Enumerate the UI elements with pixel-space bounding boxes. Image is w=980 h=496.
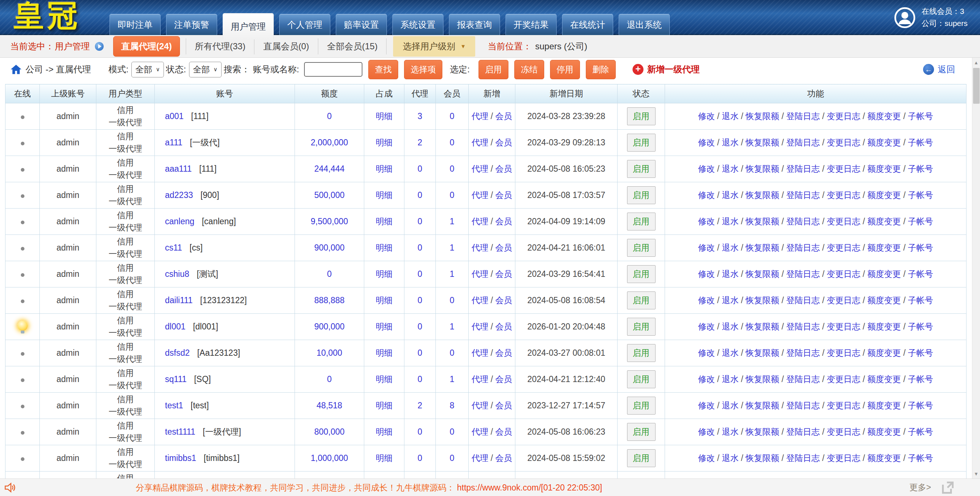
login-log-link[interactable]: 登陆日志 bbox=[786, 138, 820, 147]
account-link[interactable]: cshiu8 bbox=[165, 269, 189, 279]
login-log-link[interactable]: 登陆日志 bbox=[786, 348, 820, 357]
status-badge[interactable]: 启用 bbox=[627, 239, 655, 257]
restore-limit-link[interactable]: 恢复限额 bbox=[746, 453, 779, 463]
credit-change-link[interactable]: 额度变更 bbox=[867, 348, 901, 357]
modify-link[interactable]: 修改 bbox=[698, 427, 715, 437]
modify-link[interactable]: 修改 bbox=[698, 112, 715, 121]
change-log-link[interactable]: 变更日志 bbox=[827, 269, 860, 279]
status-badge[interactable]: 启用 bbox=[627, 134, 655, 152]
add-member-link[interactable]: 会员 bbox=[495, 374, 512, 384]
share-detail-link[interactable]: 明细 bbox=[376, 217, 393, 226]
add-member-link[interactable]: 会员 bbox=[495, 190, 512, 200]
account-link[interactable]: aaa111 bbox=[165, 164, 192, 174]
credit-change-link[interactable]: 额度变更 bbox=[867, 164, 901, 174]
change-log-link[interactable]: 变更日志 bbox=[827, 190, 860, 200]
account-link[interactable]: dl001 bbox=[165, 322, 185, 331]
add-level1-agent-link[interactable]: + 新增一级代理 bbox=[633, 64, 700, 75]
rebate-link[interactable]: 退水 bbox=[722, 401, 739, 410]
rebate-link[interactable]: 退水 bbox=[722, 374, 739, 384]
members-count-link[interactable]: 0 bbox=[450, 164, 454, 174]
login-log-link[interactable]: 登陆日志 bbox=[786, 269, 820, 279]
change-log-link[interactable]: 变更日志 bbox=[827, 164, 860, 174]
restore-limit-link[interactable]: 恢复限额 bbox=[746, 374, 779, 384]
share-detail-link[interactable]: 明细 bbox=[376, 190, 393, 200]
agents-count-link[interactable]: 0 bbox=[418, 374, 422, 384]
share-detail-link[interactable]: 明细 bbox=[376, 427, 393, 437]
add-agent-link[interactable]: 代理 bbox=[472, 138, 488, 147]
login-log-link[interactable]: 登陆日志 bbox=[786, 217, 820, 226]
filter-all-members[interactable]: 全部会员(15) bbox=[318, 38, 387, 54]
members-count-link[interactable]: 0 bbox=[450, 138, 454, 147]
select-items-button[interactable]: 选择项 bbox=[404, 60, 442, 79]
sub-account-link[interactable]: 子帐号 bbox=[908, 217, 933, 226]
account-link[interactable]: canleng bbox=[165, 217, 194, 226]
members-count-link[interactable]: 1 bbox=[450, 243, 454, 252]
login-log-link[interactable]: 登陆日志 bbox=[786, 322, 820, 331]
sub-account-link[interactable]: 子帐号 bbox=[908, 164, 933, 174]
restore-limit-link[interactable]: 恢复限额 bbox=[746, 295, 779, 305]
filter-direct-members[interactable]: 直属会员(0) bbox=[255, 38, 318, 54]
rebate-link[interactable]: 退水 bbox=[722, 269, 739, 279]
add-member-link[interactable]: 会员 bbox=[495, 348, 512, 357]
tab-draw-results[interactable]: 开奖结果 bbox=[506, 14, 557, 35]
change-log-link[interactable]: 变更日志 bbox=[827, 401, 860, 410]
modify-link[interactable]: 修改 bbox=[698, 374, 715, 384]
sub-account-link[interactable]: 子帐号 bbox=[908, 374, 933, 384]
account-link[interactable]: test1 bbox=[165, 401, 183, 410]
freeze-button[interactable]: 冻结 bbox=[514, 60, 544, 79]
credit-change-link[interactable]: 额度变更 bbox=[867, 401, 901, 410]
tab-bet-alerts[interactable]: 注单预警 bbox=[166, 14, 217, 35]
add-agent-link[interactable]: 代理 bbox=[472, 427, 488, 437]
filter-direct-agents[interactable]: 直属代理(24) bbox=[113, 36, 180, 57]
modify-link[interactable]: 修改 bbox=[698, 190, 715, 200]
add-agent-link[interactable]: 代理 bbox=[472, 269, 488, 279]
add-agent-link[interactable]: 代理 bbox=[472, 112, 488, 121]
back-link[interactable]: ← 返回 bbox=[923, 64, 955, 75]
rebate-link[interactable]: 退水 bbox=[722, 427, 739, 437]
change-log-link[interactable]: 变更日志 bbox=[827, 453, 860, 463]
modify-link[interactable]: 修改 bbox=[698, 295, 715, 305]
members-count-link[interactable]: 1 bbox=[450, 269, 454, 279]
tab-logout[interactable]: 退出系统 bbox=[619, 14, 670, 35]
status-badge[interactable]: 启用 bbox=[627, 107, 655, 125]
vertical-scrollbar[interactable]: ▲ ▼ bbox=[972, 58, 980, 478]
sub-account-link[interactable]: 子帐号 bbox=[908, 401, 933, 410]
add-agent-link[interactable]: 代理 bbox=[472, 453, 488, 463]
restore-limit-link[interactable]: 恢复限额 bbox=[746, 322, 779, 331]
status-select[interactable]: 全部 ∨ bbox=[189, 62, 221, 77]
agents-count-link[interactable]: 0 bbox=[418, 295, 422, 305]
add-member-link[interactable]: 会员 bbox=[495, 427, 512, 437]
restore-limit-link[interactable]: 恢复限额 bbox=[746, 190, 779, 200]
rebate-link[interactable]: 退水 bbox=[722, 217, 739, 226]
members-count-link[interactable]: 1 bbox=[450, 322, 454, 331]
share-detail-link[interactable]: 明细 bbox=[376, 322, 393, 331]
credit-change-link[interactable]: 额度变更 bbox=[867, 322, 901, 331]
status-badge[interactable]: 启用 bbox=[627, 318, 655, 336]
mode-select[interactable]: 全部 ∨ bbox=[131, 62, 164, 77]
status-badge[interactable]: 启用 bbox=[627, 370, 655, 388]
rebate-link[interactable]: 退水 bbox=[722, 190, 739, 200]
login-log-link[interactable]: 登陆日志 bbox=[786, 295, 820, 305]
modify-link[interactable]: 修改 bbox=[698, 164, 715, 174]
modify-link[interactable]: 修改 bbox=[698, 138, 715, 147]
add-member-link[interactable]: 会员 bbox=[495, 269, 512, 279]
status-badge[interactable]: 启用 bbox=[627, 212, 655, 230]
modify-link[interactable]: 修改 bbox=[698, 243, 715, 252]
credit-change-link[interactable]: 额度变更 bbox=[867, 138, 901, 147]
members-count-link[interactable]: 1 bbox=[450, 374, 454, 384]
sub-account-link[interactable]: 子帐号 bbox=[908, 112, 933, 121]
add-agent-link[interactable]: 代理 bbox=[472, 243, 488, 252]
search-button[interactable]: 查找 bbox=[368, 60, 398, 79]
add-agent-link[interactable]: 代理 bbox=[472, 217, 488, 226]
sub-account-link[interactable]: 子帐号 bbox=[908, 348, 933, 357]
home-icon[interactable] bbox=[10, 64, 22, 75]
sub-account-link[interactable]: 子帐号 bbox=[908, 269, 933, 279]
sub-account-link[interactable]: 子帐号 bbox=[908, 243, 933, 252]
modify-link[interactable]: 修改 bbox=[698, 322, 715, 331]
change-log-link[interactable]: 变更日志 bbox=[827, 138, 860, 147]
members-count-link[interactable]: 1 bbox=[450, 217, 454, 226]
share-detail-link[interactable]: 明细 bbox=[376, 374, 393, 384]
status-badge[interactable]: 启用 bbox=[627, 292, 655, 309]
members-count-link[interactable]: 0 bbox=[450, 453, 454, 463]
sub-account-link[interactable]: 子帐号 bbox=[908, 190, 933, 200]
